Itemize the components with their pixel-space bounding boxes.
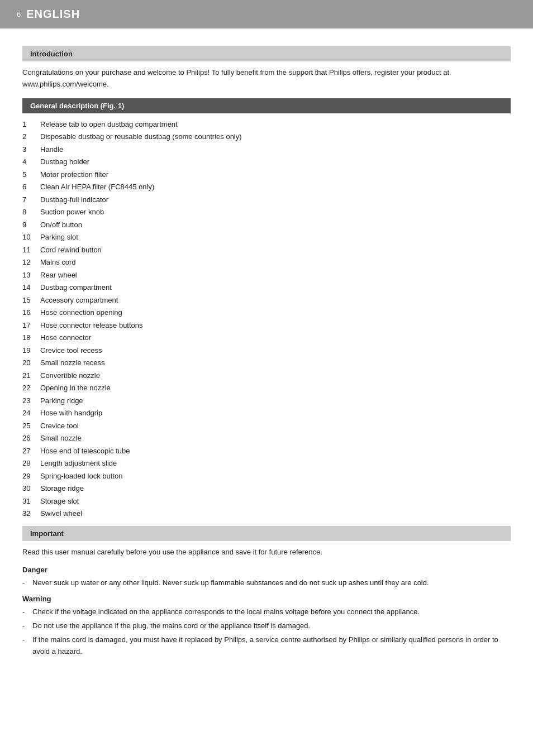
item-description: Length adjustment slide [40,458,117,469]
item-description: Hose with handgrip [40,408,102,419]
item-description: Rear wheel [40,270,77,281]
item-number: 8 [22,207,40,218]
item-description: On/off button [40,219,82,231]
list-item: 6Clean Air HEPA filter (FC8445 only) [22,181,511,193]
item-description: Parking slot [40,232,78,243]
list-item: 13Rear wheel [22,270,511,281]
item-description: Small nozzle [40,433,82,444]
list-item: 11Cord rewind button [22,245,511,256]
item-description: Clean Air HEPA filter (FC8445 only) [40,181,154,193]
item-description: Storage ridge [40,483,84,494]
list-item: 23Parking ridge [22,395,511,406]
item-number: 31 [22,496,40,507]
introduction-header: Introduction [22,46,511,61]
warning-item-text: Check if the voltage indicated on the ap… [32,606,420,618]
item-number: 5 [22,169,40,180]
important-label: Important [30,529,64,538]
item-number: 7 [22,194,40,205]
item-description: Dustbag holder [40,156,89,168]
list-item: 27Hose end of telescopic tube [22,446,511,457]
item-description: Convertible nozzle [40,370,100,381]
list-item: 31Storage slot [22,496,511,507]
warning-item-text: Do not use the appliance if the plug, th… [32,620,310,632]
introduction-label: Introduction [30,50,73,58]
item-description: Motor protection filter [40,169,108,180]
item-description: Cord rewind button [40,245,102,256]
list-item: 26Small nozzle [22,433,511,444]
list-item: 18Hose connector [22,332,511,343]
item-description: Dustbag compartment [40,282,112,293]
list-item: 8Suction power knob [22,207,511,218]
item-number: 30 [22,483,40,494]
item-description: Spring-loaded lock button [40,471,122,482]
item-number: 27 [22,446,40,457]
list-item: 1Release tab to open dustbag compartment [22,119,511,130]
item-description: Swivel wheel [40,508,82,519]
warning-item-text: If the mains cord is damaged, you must h… [32,634,511,658]
description-list: 1Release tab to open dustbag compartment… [22,119,511,519]
item-description: Hose connection opening [40,307,122,318]
item-description: Hose connector [40,332,91,343]
introduction-body: Congratulations on your purchase and wel… [22,67,511,90]
general-description-header: General description (Fig. 1) [22,98,511,113]
item-number: 13 [22,270,40,281]
list-item: 10Parking slot [22,232,511,243]
item-description: Hose connector release buttons [40,320,143,331]
list-item: 22Opening in the nozzle [22,382,511,394]
item-number: 10 [22,232,40,243]
item-description: Handle [40,144,63,155]
language-title: ENGLISH [26,8,80,21]
item-number: 4 [22,156,40,168]
item-description: Disposable dustbag or reusable dustbag (… [40,131,242,142]
item-number: 26 [22,433,40,444]
item-description: Suction power knob [40,207,104,218]
item-number: 14 [22,282,40,293]
danger-title: Danger [22,566,511,574]
item-number: 28 [22,458,40,469]
item-number: 12 [22,257,40,268]
important-header: Important [22,526,511,541]
page: 6 ENGLISH Introduction Congratulations o… [0,0,533,756]
item-description: Opening in the nozzle [40,382,111,394]
content-area: Introduction Congratulations on your pur… [0,28,533,674]
item-number: 9 [22,219,40,231]
danger-item-text: Never suck up water or any other liquid.… [32,577,429,589]
list-item: 21Convertible nozzle [22,370,511,381]
list-item: -Never suck up water or any other liquid… [22,577,511,589]
list-item: 30Storage ridge [22,483,511,494]
list-item: 12Mains cord [22,257,511,268]
important-body: Read this user manual carefully before y… [22,547,511,558]
item-description: Small nozzle recess [40,357,105,369]
item-number: 24 [22,408,40,419]
list-item: -If the mains cord is damaged, you must … [22,634,511,658]
list-item: 19Crevice tool recess [22,345,511,356]
bullet-dash: - [22,634,32,658]
list-item: 4Dustbag holder [22,156,511,168]
item-number: 32 [22,508,40,519]
item-number: 18 [22,332,40,343]
list-item: 28Length adjustment slide [22,458,511,469]
item-number: 1 [22,119,40,130]
warning-list: -Check if the voltage indicated on the a… [22,606,511,657]
item-description: Hose end of telescopic tube [40,446,130,457]
item-number: 19 [22,345,40,356]
item-description: Parking ridge [40,395,83,406]
list-item: 9On/off button [22,219,511,231]
item-description: Accessory compartment [40,295,118,306]
item-number: 16 [22,307,40,318]
item-number: 25 [22,420,40,432]
list-item: 20Small nozzle recess [22,357,511,369]
list-item: 16Hose connection opening [22,307,511,318]
list-item: 25Crevice tool [22,420,511,432]
item-number: 29 [22,471,40,482]
item-number: 15 [22,295,40,306]
list-item: 29Spring-loaded lock button [22,471,511,482]
item-description: Crevice tool [40,420,79,432]
list-item: 3Handle [22,144,511,155]
item-description: Dustbag-full indicator [40,194,108,205]
bullet-dash: - [22,577,32,589]
item-description: Mains cord [40,257,76,268]
list-item: 17Hose connector release buttons [22,320,511,331]
item-number: 2 [22,131,40,142]
page-number: 6 [17,10,21,18]
